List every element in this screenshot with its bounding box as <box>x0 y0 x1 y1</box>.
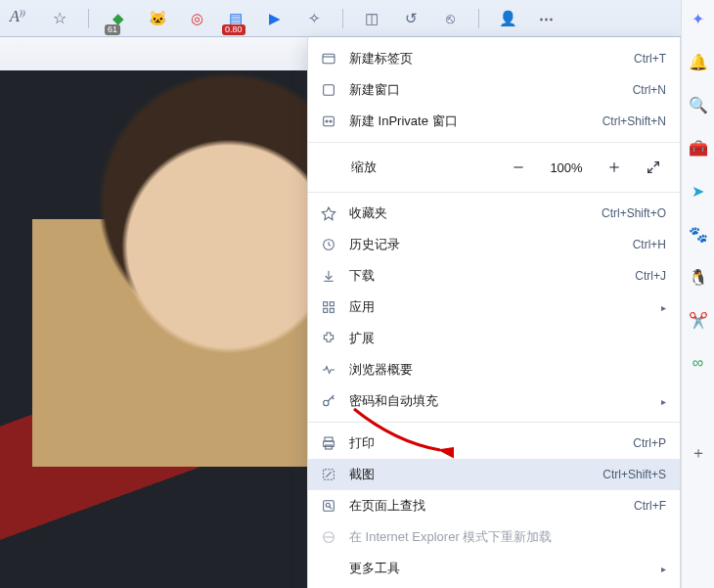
submenu-arrow-icon: ▸ <box>661 302 666 313</box>
menu-label: 更多工具 <box>349 560 649 577</box>
menu-inprivate[interactable]: 新建 InPrivate 窗口 Ctrl+Shift+N <box>308 106 680 137</box>
menu-shortcut: Ctrl+P <box>633 436 666 450</box>
menu-shortcut: Ctrl+Shift+O <box>602 206 666 220</box>
profile-icon[interactable]: 👤 <box>497 8 518 29</box>
menu-label: 浏览器概要 <box>349 361 666 379</box>
find-icon <box>320 497 337 515</box>
svg-point-21 <box>324 400 329 405</box>
search-side-icon[interactable]: 🔍 <box>688 94 709 115</box>
menu-downloads[interactable]: 下载 Ctrl+J <box>308 260 680 292</box>
menu-passwords[interactable]: 密码和自动填充 ▸ <box>308 385 680 417</box>
menu-shortcut: Ctrl+T <box>634 52 666 66</box>
menu-ie-mode[interactable]: 在 Internet Explorer 模式下重新加载 <box>308 521 680 553</box>
apps-icon <box>320 298 337 316</box>
play-ext-icon[interactable]: ▶ <box>264 8 286 29</box>
svg-marker-13 <box>322 207 335 220</box>
menu-label: 新建 InPrivate 窗口 <box>349 113 591 130</box>
menu-browser-essentials[interactable]: 浏览器概要 <box>308 354 680 385</box>
svg-rect-4 <box>324 85 335 96</box>
menu-label: 新建窗口 <box>349 81 621 99</box>
more-menu-icon[interactable]: ⋯ <box>536 8 558 29</box>
extensions-icon <box>320 330 337 347</box>
baidu-icon[interactable]: 🐾 <box>688 223 709 245</box>
share-link-icon[interactable]: ∞ <box>688 352 709 374</box>
shield-badge: 61 <box>105 24 120 35</box>
telegram-icon[interactable]: ➤ <box>688 180 709 202</box>
menu-separator <box>308 422 680 423</box>
heartbeat-icon <box>320 361 337 379</box>
favorite-star-icon[interactable]: ☆ <box>53 9 67 27</box>
history-icon <box>320 236 337 253</box>
bell-icon[interactable]: 🔔 <box>688 51 709 72</box>
browser-toolbar: A)) ☆ ◆61 🐱 ◎ ▤0.80 ▶ ✧ ◫ ↺ ⎋ 👤 ⋯ <box>0 0 714 37</box>
menu-label: 收藏夹 <box>349 204 590 222</box>
tools-icon[interactable]: ✂️ <box>688 309 709 331</box>
svg-point-7 <box>330 120 332 122</box>
cat-ext-icon[interactable]: 🐱 <box>147 8 168 29</box>
menu-extensions[interactable]: 扩展 <box>308 323 680 354</box>
menu-label: 截图 <box>349 466 591 483</box>
svg-point-6 <box>326 120 328 122</box>
qq-icon[interactable]: 🐧 <box>688 266 709 288</box>
menu-shortcut: Ctrl+H <box>633 238 666 251</box>
menu-shortcut: Ctrl+J <box>635 269 666 283</box>
submenu-arrow-icon: ▸ <box>661 396 666 407</box>
menu-label: 应用 <box>349 298 649 316</box>
svg-line-31 <box>330 507 333 510</box>
zoom-label: 缩放 <box>351 158 377 176</box>
download-icon <box>320 267 337 285</box>
menu-shortcut: Ctrl+N <box>633 83 666 97</box>
blank-icon <box>320 560 337 577</box>
copilot-icon[interactable]: ✦ <box>688 8 709 29</box>
extensions-icon[interactable]: ✧ <box>303 8 325 29</box>
menu-print[interactable]: 打印 Ctrl+P <box>308 428 680 459</box>
notes-ext-icon[interactable]: ▤0.80 <box>225 8 246 29</box>
zoom-value: 100% <box>545 160 588 175</box>
menu-separator <box>308 192 680 193</box>
print-icon <box>320 434 337 452</box>
menu-label: 打印 <box>349 434 621 452</box>
toolbar-sep <box>342 9 343 28</box>
toolbar-divider <box>88 9 89 28</box>
menu-new-window[interactable]: 新建窗口 Ctrl+N <box>308 74 680 106</box>
menu-screenshot[interactable]: 截图 Ctrl+Shift+S <box>308 459 680 490</box>
menu-new-tab[interactable]: 新建标签页 Ctrl+T <box>308 43 680 74</box>
menu-favorites[interactable]: 收藏夹 Ctrl+Shift+O <box>308 198 680 229</box>
svg-rect-17 <box>324 302 328 306</box>
menu-more-tools[interactable]: 更多工具 ▸ <box>308 553 680 584</box>
svg-line-23 <box>332 397 334 399</box>
menu-history[interactable]: 历史记录 Ctrl+H <box>308 229 680 260</box>
history-icon[interactable]: ↺ <box>400 8 422 29</box>
menu-apps[interactable]: 应用 ▸ <box>308 292 680 323</box>
svg-rect-18 <box>330 302 334 306</box>
svg-rect-29 <box>324 501 335 512</box>
menu-label: 下载 <box>349 267 623 285</box>
settings-menu: 新建标签页 Ctrl+T 新建窗口 Ctrl+N 新建 InPrivate 窗口… <box>307 37 681 588</box>
menu-find[interactable]: 在页面上查找 Ctrl+F <box>308 490 680 521</box>
menu-label: 扩展 <box>349 330 666 347</box>
menu-label: 在页面上查找 <box>349 497 622 515</box>
share-icon[interactable]: ⎋ <box>439 8 461 29</box>
svg-rect-20 <box>330 308 334 312</box>
zoom-out-button[interactable] <box>506 155 531 180</box>
menu-zoom: 缩放 100% <box>308 148 680 187</box>
ie-icon <box>320 528 337 546</box>
svg-line-11 <box>648 168 653 173</box>
edge-sidebar: ✦ 🔔 🔍 🧰 ➤ 🐾 🐧 ✂️ ∞ ＋ <box>681 0 714 588</box>
sidebar-add-icon[interactable]: ＋ <box>688 442 709 464</box>
fullscreen-button[interactable] <box>641 155 666 180</box>
read-aloud-icon[interactable]: A)) <box>10 8 25 25</box>
split-screen-icon[interactable]: ◫ <box>361 8 382 29</box>
shield-ext-icon[interactable]: ◆61 <box>108 8 129 29</box>
toolbar-sep-2 <box>478 9 479 28</box>
menu-label: 密码和自动填充 <box>349 392 649 410</box>
shopping-icon[interactable]: 🧰 <box>688 137 709 158</box>
target-ext-icon[interactable]: ◎ <box>186 8 207 29</box>
new-window-icon <box>320 81 337 99</box>
menu-shortcut: Ctrl+F <box>634 499 666 513</box>
screenshot-icon <box>320 466 337 483</box>
new-tab-icon <box>320 50 337 68</box>
svg-rect-5 <box>324 116 335 125</box>
svg-line-28 <box>326 472 331 476</box>
zoom-in-button[interactable] <box>602 155 627 180</box>
